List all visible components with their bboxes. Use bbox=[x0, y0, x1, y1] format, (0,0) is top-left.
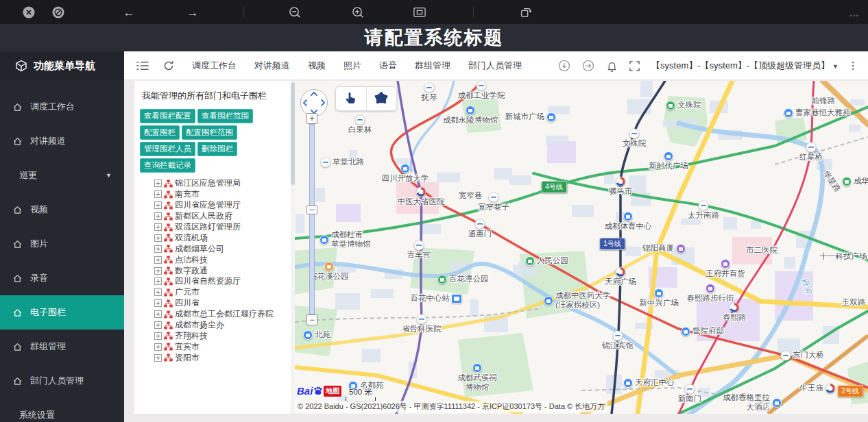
tree-node[interactable]: 点洁科技 bbox=[154, 254, 295, 265]
expand-icon[interactable] bbox=[154, 212, 162, 220]
fullscreen-icon[interactable] bbox=[629, 61, 640, 71]
tab-dept-personnel[interactable]: 部门人员管理 bbox=[468, 60, 522, 72]
hand-tool-button[interactable] bbox=[336, 87, 366, 110]
zoom-handle[interactable] bbox=[306, 206, 317, 214]
expand-icon[interactable] bbox=[154, 299, 162, 307]
sidebar-brand-label: 功能菜单导航 bbox=[34, 60, 95, 73]
expand-icon[interactable] bbox=[154, 267, 162, 275]
expand-icon[interactable] bbox=[154, 234, 162, 242]
expand-icon[interactable] bbox=[154, 343, 162, 351]
fence-button[interactable]: 配置围栏范围 bbox=[182, 125, 237, 140]
tab-dispatch-workbench[interactable]: 调度工作台 bbox=[192, 60, 237, 72]
sidebar-item-record[interactable]: 录音 bbox=[0, 261, 124, 295]
block-icon[interactable] bbox=[52, 5, 65, 18]
panel-title: 我能管理的所有部门和电子围栏 bbox=[134, 81, 295, 108]
refresh-icon[interactable] bbox=[163, 60, 175, 71]
expand-icon[interactable] bbox=[154, 201, 162, 209]
tree-node-label: 齐翔科技 bbox=[175, 330, 208, 342]
expand-icon[interactable] bbox=[154, 190, 162, 198]
fence-button[interactable]: 查询拦截记录 bbox=[140, 158, 195, 173]
map[interactable]: 白果林草堂北路抚琴宽窄巷宽窄巷子通惠门文殊院红星桥太升南路省骨科医院青羊宫锦江宾… bbox=[295, 81, 868, 414]
collapse-menu-icon[interactable] bbox=[136, 60, 149, 71]
sidebar-item-video[interactable]: 视频 bbox=[0, 193, 124, 227]
bell-icon[interactable] bbox=[606, 60, 618, 72]
tree-node[interactable]: 双流区路灯管理所 bbox=[154, 222, 295, 233]
tree-node[interactable]: 宜宾市 bbox=[154, 341, 295, 352]
expand-icon[interactable] bbox=[154, 310, 162, 318]
fence-button[interactable]: 管理围栏人员 bbox=[140, 142, 195, 156]
sidebar-item-intercom-channel[interactable]: 对讲频道 bbox=[0, 124, 124, 158]
tree-node[interactable]: 四川省应急管理厅 bbox=[154, 200, 295, 211]
tree-node[interactable]: 成都烟草公司 bbox=[154, 243, 295, 254]
tree-node[interactable]: 四川省 bbox=[154, 298, 295, 309]
tree-node[interactable]: 新都区人民政府 bbox=[154, 211, 295, 222]
sidebar-item-dept-personnel[interactable]: 部门人员管理 bbox=[0, 364, 124, 398]
sidebar-item-electronic-fence[interactable]: 电子围栏 bbox=[0, 295, 124, 330]
tree-node-label: 成都市扬尘办 bbox=[175, 319, 224, 331]
expand-icon[interactable] bbox=[154, 223, 162, 231]
sidebar-item-patrol[interactable]: 巡更▼ bbox=[0, 158, 124, 193]
tab-video[interactable]: 视频 bbox=[308, 60, 326, 72]
zoom-in-icon[interactable] bbox=[352, 5, 365, 18]
sidebar-item-dispatch-workbench[interactable]: 调度工作台 bbox=[0, 90, 124, 124]
fence-button[interactable]: 查看围栏配置 bbox=[140, 109, 195, 123]
screenshot-icon[interactable] bbox=[413, 7, 426, 18]
tree-node[interactable]: 双流机场 bbox=[154, 232, 295, 243]
zoom-out-icon[interactable] bbox=[289, 5, 302, 18]
tab-group-management[interactable]: 群组管理 bbox=[415, 60, 450, 72]
sidebar-menu: 调度工作台对讲频道巡更▼视频图片录音电子围栏群组管理部门人员管理系统设置 bbox=[0, 80, 124, 422]
rotate-icon[interactable] bbox=[520, 6, 532, 18]
tab-intercom-channel[interactable]: 对讲频道 bbox=[254, 60, 290, 72]
tab-voice[interactable]: 语音 bbox=[379, 60, 397, 72]
draw-polygon-tool-button[interactable] bbox=[366, 87, 397, 110]
tree-node-label: 南充市 bbox=[175, 188, 200, 200]
expand-icon[interactable] bbox=[154, 277, 162, 285]
tree-node[interactable]: 成都市扬尘办 bbox=[154, 320, 295, 331]
back-icon[interactable]: ← bbox=[123, 6, 135, 18]
tree-node-label: 成都烟草公司 bbox=[175, 243, 224, 255]
user-menu[interactable]: 【system】-【system】-【顶级超级管理员】▼ bbox=[651, 60, 839, 72]
tree-node[interactable]: 成都市总工会都江堰疗养院 bbox=[154, 309, 295, 320]
zoom-track[interactable] bbox=[309, 124, 315, 314]
tree-node[interactable]: 资阳市 bbox=[154, 352, 295, 363]
fence-button[interactable]: 查看围栏范围 bbox=[197, 109, 253, 123]
tab-photo[interactable]: 照片 bbox=[343, 60, 361, 72]
tree-node-label: 广元市 bbox=[175, 286, 200, 298]
expand-icon[interactable] bbox=[154, 245, 162, 253]
tree-node[interactable]: 锦江区应急管理局 bbox=[154, 178, 295, 189]
org-icon bbox=[164, 212, 173, 221]
download-icon[interactable] bbox=[558, 60, 570, 72]
sidebar-item-system-settings[interactable]: 系统设置 bbox=[0, 398, 124, 422]
org-icon bbox=[164, 332, 173, 340]
expand-icon[interactable] bbox=[154, 256, 162, 264]
fence-tree-panel: 我能管理的所有部门和电子围栏 查看围栏配置查看围栏范围配置围栏配置围栏范围管理围… bbox=[134, 81, 295, 414]
tree-node[interactable]: 广元市 bbox=[154, 287, 295, 298]
window-bar: ← → … bbox=[0, 0, 868, 24]
expand-icon[interactable] bbox=[154, 332, 162, 340]
tree-node[interactable]: 南充市 bbox=[154, 189, 295, 200]
sync-icon[interactable] bbox=[582, 60, 594, 72]
expand-icon[interactable] bbox=[154, 288, 162, 296]
kebab-menu-icon[interactable]: … bbox=[850, 60, 862, 71]
org-icon bbox=[164, 266, 173, 275]
org-icon bbox=[164, 288, 173, 297]
expand-icon[interactable] bbox=[154, 354, 162, 362]
org-icon bbox=[164, 201, 173, 210]
expand-icon[interactable] bbox=[154, 179, 162, 187]
tree-node[interactable]: 齐翔科技 bbox=[154, 330, 295, 341]
fence-button[interactable]: 配置围栏 bbox=[140, 125, 180, 140]
map-zoom-slider[interactable]: + − bbox=[306, 113, 317, 325]
close-icon[interactable] bbox=[23, 5, 36, 18]
zoom-in-button[interactable]: + bbox=[306, 113, 317, 124]
forward-icon[interactable]: → bbox=[187, 6, 199, 18]
fence-button[interactable]: 删除围栏 bbox=[197, 142, 237, 156]
sidebar-item-group-management[interactable]: 群组管理 bbox=[0, 330, 124, 364]
expand-icon[interactable] bbox=[154, 321, 162, 329]
zoom-out-button[interactable]: − bbox=[306, 314, 317, 325]
tree-node[interactable]: 数字政通 bbox=[154, 265, 295, 276]
more-icon[interactable]: … bbox=[849, 6, 860, 18]
sidebar-item-picture[interactable]: 图片 bbox=[0, 227, 124, 261]
tree-node-label: 数字政通 bbox=[175, 265, 208, 277]
home-icon bbox=[12, 205, 23, 215]
tree-node[interactable]: 四川省自然资源厅 bbox=[154, 276, 295, 287]
